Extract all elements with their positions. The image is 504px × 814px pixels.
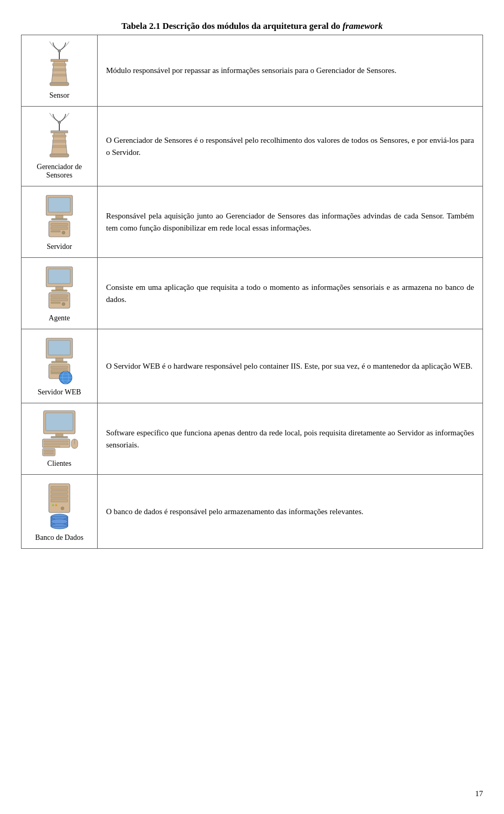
svg-rect-18 [56, 215, 63, 218]
svg-point-65 [52, 504, 54, 506]
sensor-desc: Módulo responsável por repassar as infor… [98, 35, 483, 107]
web-server-label: Servidor WEB [38, 388, 81, 396]
svg-rect-21 [51, 223, 68, 226]
svg-rect-17 [48, 197, 70, 212]
svg-point-67 [61, 507, 64, 510]
title-italic: framework [342, 21, 383, 31]
svg-rect-49 [56, 434, 63, 436]
svg-rect-57 [43, 448, 55, 456]
db-desc: O banco de dados é responsável pelo arma… [98, 475, 483, 549]
svg-rect-26 [48, 269, 70, 284]
svg-rect-28 [51, 290, 67, 291]
web-server-icon-cell: Servidor WEB [22, 329, 98, 403]
svg-rect-6 [50, 82, 69, 86]
sensor-icon-cell: Sensor [22, 35, 98, 107]
web-server-desc: O Servidor WEB é o hardware responsável … [98, 329, 483, 403]
table-row: Sensor Módulo responsável por repassar a… [22, 35, 483, 107]
svg-point-9 [58, 121, 61, 124]
sensor-manager-desc: O Gerenciador de Sensores é o responsáve… [98, 107, 483, 186]
db-icon-wrap: Banco de Dados [26, 481, 93, 542]
svg-rect-39 [51, 366, 68, 369]
svg-rect-14 [50, 154, 69, 157]
svg-rect-19 [51, 218, 67, 220]
page-title: Tabela 2.1 Descrição dos módulos da arqu… [21, 16, 483, 35]
svg-rect-24 [51, 231, 60, 232]
svg-rect-41 [51, 372, 60, 374]
architecture-table: Sensor Módulo responsável por repassar a… [21, 35, 483, 549]
svg-rect-13 [52, 145, 66, 148]
svg-rect-64 [51, 499, 68, 502]
table-row: Clientes Software específico que funcion… [22, 403, 483, 475]
sensor-label: Sensor [49, 91, 69, 100]
svg-rect-15 [51, 131, 68, 133]
db-server-icon [38, 481, 80, 531]
svg-rect-3 [52, 64, 66, 66]
clients-label: Clientes [47, 460, 71, 468]
svg-rect-36 [56, 358, 63, 361]
svg-point-23 [62, 231, 65, 234]
svg-rect-31 [51, 298, 68, 301]
svg-rect-52 [44, 441, 68, 442]
table-row: Gerenciador deSensores O Gerenciador de … [22, 107, 483, 186]
svg-rect-35 [48, 340, 70, 355]
svg-rect-53 [44, 443, 68, 445]
server-icon-wrap: Servidor [26, 193, 93, 251]
agent-desc: Consiste em uma aplicação que requisita … [98, 258, 483, 329]
svg-rect-5 [52, 74, 66, 76]
page-number: 17 [475, 789, 483, 798]
sensor-manager-label: Gerenciador deSensores [37, 163, 82, 180]
server-label: Servidor [47, 243, 72, 251]
clients-icon-wrap: Clientes [26, 410, 93, 468]
db-icon-cell: Banco de Dados [22, 475, 98, 549]
svg-rect-7 [51, 59, 68, 61]
server-icon [38, 193, 80, 240]
svg-rect-37 [51, 361, 67, 363]
clients-desc: Software específico que funciona apenas … [98, 403, 483, 475]
svg-rect-4 [52, 69, 66, 71]
title-prefix: Tabela 2.1 Descrição dos módulos da arqu… [121, 21, 342, 31]
clients-icon [38, 410, 80, 457]
sensor-icon-wrap: Sensor [26, 41, 93, 100]
clients-icon-cell: Clientes [22, 403, 98, 475]
db-label: Banco de Dados [35, 534, 83, 542]
svg-rect-30 [51, 295, 68, 297]
table-row: Banco de Dados O banco de dados é respon… [22, 475, 483, 549]
sensor-manager-icon-cell: Gerenciador deSensores [22, 107, 98, 186]
server-desc: Responsável pela aquisição junto ao Gere… [98, 186, 483, 258]
agent-icon [38, 264, 80, 311]
svg-rect-33 [51, 302, 60, 304]
svg-rect-11 [52, 135, 66, 137]
table-row: Agente Consiste em uma aplicação que req… [22, 258, 483, 329]
agent-label: Agente [49, 314, 70, 322]
svg-rect-62 [51, 491, 68, 494]
svg-rect-54 [44, 446, 60, 447]
server-icon-cell: Servidor [22, 186, 98, 258]
svg-rect-61 [51, 486, 68, 489]
table-row: Servidor Responsável pela aquisição junt… [22, 186, 483, 258]
svg-point-1 [58, 49, 61, 53]
agent-icon-wrap: Agente [26, 264, 93, 322]
svg-rect-63 [51, 495, 68, 498]
agent-icon-cell: Agente [22, 258, 98, 329]
sensor-manager-icon-wrap: Gerenciador deSensores [26, 113, 93, 180]
web-server-icon-wrap: Servidor WEB [26, 336, 93, 396]
svg-rect-22 [51, 227, 68, 229]
sensor-manager-icon [38, 113, 80, 160]
svg-point-66 [55, 504, 57, 506]
svg-rect-50 [51, 436, 68, 438]
web-server-icon [38, 336, 80, 385]
svg-rect-12 [52, 140, 66, 142]
svg-rect-58 [44, 450, 54, 452]
svg-rect-27 [56, 287, 63, 290]
svg-rect-48 [46, 413, 73, 431]
table-row: Servidor WEB O Servidor WEB é o hardware… [22, 329, 483, 403]
sensor-icon [38, 41, 80, 89]
svg-point-32 [62, 302, 65, 306]
svg-rect-59 [44, 453, 54, 454]
